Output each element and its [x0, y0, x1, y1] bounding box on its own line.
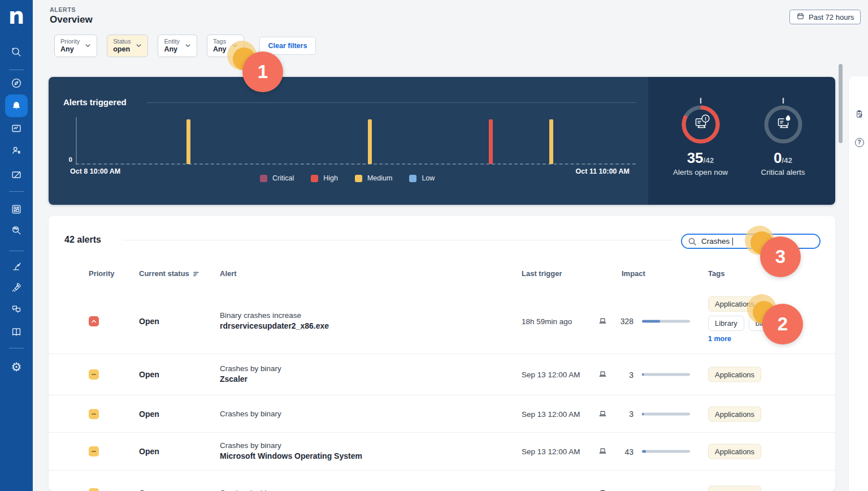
impact-progress	[642, 373, 690, 376]
filter-status[interactable]: Status open	[107, 35, 148, 57]
annotation-badge-2: 2	[762, 304, 803, 344]
survey-window-icon[interactable]	[5, 163, 28, 186]
filter-value: Any	[164, 45, 180, 53]
alerts-overview-screen: n	[0, 0, 868, 491]
tag-chip[interactable]: Applications	[708, 444, 761, 459]
column-header-alert[interactable]: Alert	[220, 269, 237, 278]
column-header-status[interactable]: Current status	[139, 269, 199, 278]
chat-bubbles-icon[interactable]	[5, 298, 28, 321]
stat-value: 35/42	[687, 150, 714, 165]
investigate-magnifier-icon[interactable]	[5, 219, 28, 242]
stat-label: Critical alerts	[761, 168, 805, 176]
x-axis-start-label: Oct 8 10:00 AM	[70, 167, 120, 175]
alert-cell: Crashes by binary Zscaler	[220, 364, 281, 385]
laptop-icon	[598, 370, 607, 380]
alerts-triggered-panel: Alerts triggered 0 Oct 8 10:00 AM Oct 11…	[49, 77, 835, 205]
tag-chip[interactable]: Applications	[708, 406, 761, 421]
tag-chip[interactable]: Applications	[708, 486, 761, 491]
laptop-icon	[598, 409, 607, 419]
gear-icon[interactable]: ⚙	[5, 356, 28, 378]
column-header-tags[interactable]: Tags	[708, 269, 724, 278]
experience-user-icon[interactable]	[5, 139, 28, 162]
table-row[interactable]: Open Binary crashes increase rdrservices…	[49, 288, 835, 354]
dashboards-icon[interactable]	[5, 117, 28, 140]
annotation-badge-1: 1	[242, 51, 283, 92]
time-range-button[interactable]: Past 72 hours	[789, 10, 861, 24]
alert-cell: Crashes by binary	[220, 488, 281, 491]
alert-cell: Crashes by binary	[220, 408, 281, 419]
right-toolbar: ?	[849, 76, 868, 491]
nexthink-logo[interactable]: n	[0, 2, 33, 29]
alert-bar-medium	[549, 119, 553, 164]
alert-bar-medium	[368, 119, 372, 164]
notes-edit-icon[interactable]	[854, 109, 864, 119]
priority-high-icon	[89, 316, 99, 326]
status-cell: Open	[139, 317, 159, 326]
sidebar-divider	[9, 348, 24, 348]
last-trigger-cell: Sep 13 12:00 AM	[522, 371, 580, 379]
stat-critical-alerts: 0/42 Critical alerts	[744, 97, 823, 205]
tag-chip[interactable]: Library	[708, 316, 744, 331]
title-divider	[147, 102, 636, 103]
filter-value: Any	[213, 45, 227, 53]
stat-value: 0/42	[774, 150, 792, 165]
alerts-list-card: 42 alerts Priority Current status Alert …	[49, 216, 835, 491]
impact-progress	[642, 412, 690, 415]
time-range-label: Past 72 hours	[809, 13, 854, 21]
alert-bar-high	[489, 119, 493, 164]
chevron-down-icon	[185, 41, 191, 53]
status-cell: Open	[139, 447, 159, 456]
last-trigger-cell: Sep 13 12:00 AM	[522, 410, 580, 418]
last-trigger-cell: 1d 11h ago	[522, 489, 559, 491]
compass-icon[interactable]	[5, 72, 28, 94]
legend-item-high: High	[311, 174, 338, 182]
calendar-icon	[796, 12, 805, 22]
table-row[interactable]: Open Crashes by binary 1d 11h ago 12 App…	[49, 471, 835, 491]
alerts-bell-icon[interactable]	[5, 94, 28, 117]
filter-value: open	[113, 45, 131, 53]
table-row[interactable]: Open Crashes by binary Sep 13 12:00 AM 3…	[49, 395, 835, 433]
column-header-priority[interactable]: Priority	[89, 269, 115, 278]
chevron-down-icon	[136, 41, 142, 53]
filter-label: Status	[113, 38, 131, 45]
rocket-icon[interactable]	[5, 276, 28, 299]
priority-medium-icon	[89, 409, 99, 419]
search-sparkle-icon[interactable]	[5, 41, 28, 63]
table-row[interactable]: Open Crashes by binary Microsoft Windows…	[49, 433, 835, 471]
alert-cell: Binary crashes increase rdrservicesupdat…	[220, 311, 329, 332]
filter-value: Any	[60, 45, 80, 53]
legend-item-medium: Medium	[355, 174, 392, 182]
breadcrumb-eyebrow: ALERTS	[50, 6, 76, 13]
tags-cell: Applications	[708, 406, 761, 421]
help-icon[interactable]: ?	[854, 137, 864, 147]
filter-entity[interactable]: Entity Any	[158, 35, 197, 57]
sidebar-divider	[9, 191, 24, 192]
legend-item-critical: Critical	[260, 174, 294, 182]
severity-bars	[76, 119, 636, 164]
remote-action-arm-icon[interactable]	[5, 255, 28, 277]
sort-icon	[193, 270, 199, 277]
table-row[interactable]: Open Crashes by binary Zscaler Sep 13 12…	[49, 354, 835, 395]
filter-priority[interactable]: Priority Any	[54, 35, 97, 57]
apps-grid-icon[interactable]	[5, 198, 28, 221]
legend-swatch	[311, 175, 318, 182]
status-cell: Open	[139, 410, 159, 419]
column-header-last-trigger[interactable]: Last trigger	[522, 269, 562, 278]
tag-chip[interactable]: Applications	[708, 367, 761, 382]
count-divider	[122, 240, 672, 240]
x-axis-end-label: Oct 11 10:00 AM	[545, 167, 630, 175]
legend-swatch	[409, 175, 416, 182]
stat-alerts-open: ! 35/42 Alerts open now	[661, 97, 740, 205]
column-header-impact[interactable]: Impact	[622, 269, 645, 278]
impact-cell: 12	[598, 489, 690, 491]
vertical-scrollbar[interactable]	[839, 64, 843, 143]
chevron-down-icon	[85, 41, 91, 53]
stat-label: Alerts open now	[673, 168, 728, 176]
impact-progress	[642, 320, 690, 322]
laptop-icon	[598, 316, 607, 326]
tags-cell: Applications	[708, 444, 761, 459]
more-tags-link[interactable]: 1 more	[708, 335, 731, 343]
priority-medium-icon	[89, 369, 99, 380]
library-book-icon[interactable]	[5, 321, 28, 343]
chart-legend: Critical High Medium Low	[260, 174, 435, 182]
